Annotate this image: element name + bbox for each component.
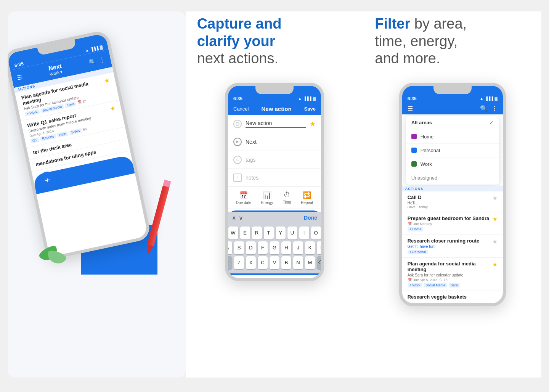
key-i[interactable]: I <box>299 227 309 239</box>
star-icon[interactable]: ★ <box>492 194 498 202</box>
star-icon[interactable]: ★ <box>492 238 498 245</box>
new-action-input[interactable]: New action <box>246 120 306 128</box>
new-action-field[interactable]: New action ★ <box>228 115 321 133</box>
key-x[interactable]: X <box>246 256 256 269</box>
key-a[interactable]: A <box>225 241 232 254</box>
battery-icon-3: ▓ <box>494 96 497 101</box>
add-action-button[interactable]: + <box>38 170 58 190</box>
due-date-button[interactable]: 📅 Due date <box>236 191 252 205</box>
phone3-app-header: ☰ 🔍 ⋮ <box>402 103 503 114</box>
cancel-button[interactable]: Cancel <box>233 106 249 112</box>
star-button[interactable]: ★ <box>310 120 316 128</box>
key-d[interactable]: D <box>246 241 256 254</box>
signal-icon: ▐▐▐ <box>90 46 99 51</box>
tag-sm: Social Media <box>424 283 447 288</box>
key-g[interactable]: G <box>270 241 279 254</box>
signal-icon-3: ▐▐▐ <box>485 96 493 101</box>
key-r[interactable]: R <box>252 227 262 239</box>
done-button[interactable]: Done <box>304 215 317 221</box>
notes-icon: ≡ <box>233 174 242 182</box>
star-icon[interactable]: ★ <box>492 261 498 268</box>
phone-mockup-1: 6:35 ▲ ▐▐▐ ▓ ☰ Next Work ▾ <box>8 29 152 260</box>
dropdown-item-all[interactable]: All areas ✓ <box>406 116 499 130</box>
shift-key[interactable]: ⇧ <box>225 256 232 269</box>
key-w[interactable]: W <box>228 227 238 239</box>
headline-blue-3: Filter <box>375 16 410 32</box>
energy-button[interactable]: 📊 Energy <box>261 191 273 205</box>
headline-blue: Capture andclarify your <box>197 16 282 49</box>
key-e[interactable]: E <box>240 227 250 239</box>
headline-gray: next actions. <box>197 50 278 66</box>
key-s[interactable]: S <box>234 241 244 254</box>
key-v[interactable]: V <box>270 256 279 269</box>
repeat-button[interactable]: 🔁 Repeat <box>301 191 313 205</box>
key-h[interactable]: H <box>281 241 291 254</box>
key-z[interactable]: Z <box>234 256 244 269</box>
key-b[interactable]: B <box>281 256 291 269</box>
dropdown-item-personal[interactable]: Personal <box>406 144 499 157</box>
list-item[interactable]: Research closer running route Get fit, h… <box>402 235 503 258</box>
phone-notch-3 <box>433 86 472 94</box>
arrow-up-button[interactable]: ∧ <box>232 214 236 222</box>
list-item[interactable]: Prepare guest bedroom for Sandra 📅 Due M… <box>402 212 503 235</box>
menu-icon-3[interactable]: ☰ <box>408 105 413 112</box>
more-icon[interactable]: ⋮ <box>99 56 106 64</box>
key-k[interactable]: K <box>305 241 315 254</box>
time-label: Time <box>283 200 291 204</box>
status-time: 6:35 <box>14 61 24 68</box>
star-icon[interactable]: ★ <box>110 104 117 112</box>
checkbox-icon <box>233 120 242 128</box>
search-icon[interactable]: 🔍 <box>88 58 97 66</box>
item-due: 📅 1h <box>77 99 87 106</box>
key-y[interactable]: Y <box>276 227 286 239</box>
key-f[interactable]: F <box>258 241 268 254</box>
key-m[interactable]: M <box>305 256 315 269</box>
key-n[interactable]: N <box>293 256 303 269</box>
tags-field[interactable]: 🏷 tags <box>228 151 321 169</box>
key-j[interactable]: J <box>293 241 303 254</box>
phone-mockup-3: 6:35 ▲ ▐▐▐ ▓ ☰ 🔍 ⋮ <box>399 83 506 306</box>
pencil-decoration <box>145 180 171 255</box>
all-areas-label: All areas <box>411 120 432 125</box>
key-t[interactable]: T <box>264 227 274 239</box>
time-button[interactable]: ⏱ Time <box>283 191 291 205</box>
more-icon-3[interactable]: ⋮ <box>491 105 498 112</box>
panel3-content: Filter by area,time, energy,and more. 6:… <box>371 15 534 306</box>
key-q[interactable]: Q <box>225 227 226 239</box>
star-icon[interactable]: ★ <box>104 76 111 84</box>
tag-home: + Home <box>408 227 424 231</box>
search-icon-3[interactable]: 🔍 <box>480 105 488 112</box>
personal-color-dot <box>411 148 417 153</box>
dropdown-item-home[interactable]: Home <box>406 130 499 144</box>
dropdown-item-unassigned[interactable]: Unassigned <box>406 171 499 185</box>
key-p[interactable]: P <box>323 227 324 239</box>
header-right-3: 🔍 ⋮ <box>480 105 498 112</box>
star-icon[interactable]: ★ <box>492 215 498 223</box>
time-icon: ⏱ <box>284 191 291 199</box>
item-title: Prepare guest bedroom for Sandra <box>408 215 492 221</box>
save-button[interactable]: Save <box>304 106 316 112</box>
home-area-label: Home <box>421 134 434 140</box>
list-item[interactable]: Research veggie baskets <box>402 291 503 303</box>
arrow-down-button[interactable]: ∨ <box>239 214 243 222</box>
dropdown-item-work[interactable]: Work <box>406 157 499 171</box>
next-field[interactable]: ▶ Next <box>228 133 321 151</box>
item-meta: Dave... today <box>408 205 492 209</box>
item-tags: + Personal <box>408 250 492 254</box>
list-item[interactable]: Plan agenda for social media meeting Ask… <box>402 258 503 291</box>
status-icons-3: ▲ ▐▐▐ ▓ <box>480 96 497 101</box>
notes-field[interactable]: ≡ notes <box>228 169 321 187</box>
item-due: 📅 Due Apr 5, 2018 ⏱ 1h <box>408 278 492 282</box>
key-u[interactable]: U <box>287 227 297 239</box>
tag-personal: + Personal <box>408 250 428 254</box>
panel3-headline: Filter by area,time, energy,and more. <box>371 15 534 67</box>
backspace-key[interactable]: ⌫ <box>317 256 324 269</box>
list-item[interactable]: Call D He'll... Dave... today ★ <box>402 191 503 212</box>
item-title: Call D <box>408 194 492 200</box>
key-o[interactable]: O <box>311 227 321 239</box>
due-date-label: Due date <box>236 201 252 205</box>
key-c[interactable]: C <box>258 256 268 269</box>
key-l[interactable]: L <box>317 241 324 254</box>
status-time-3: 6:35 <box>408 96 417 101</box>
header-right-icons: 🔍 ⋮ <box>88 56 106 66</box>
